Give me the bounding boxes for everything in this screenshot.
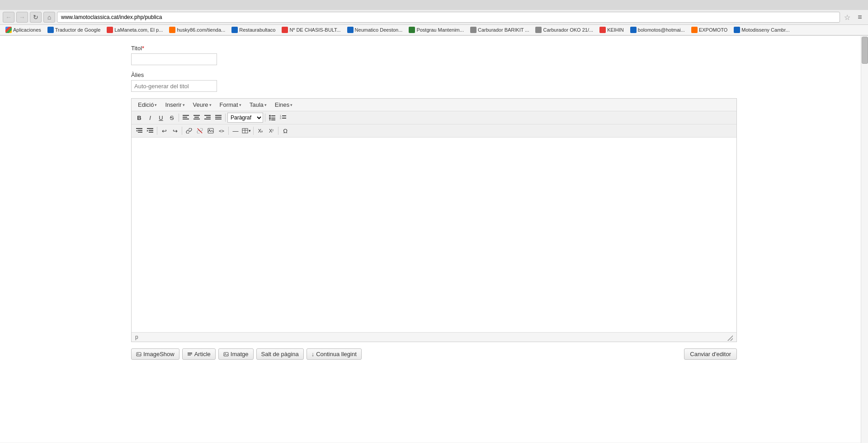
reload-button[interactable]: ↻ — [30, 12, 42, 23]
align-right-button[interactable] — [203, 113, 212, 123]
svg-rect-24 — [138, 132, 142, 133]
bookmark-star-button[interactable]: ☆ — [842, 12, 853, 23]
svg-rect-26 — [147, 128, 153, 129]
bookmark-restaurabultaco[interactable]: Restaurabultaco — [229, 26, 278, 34]
bookmark-expomoto[interactable]: EXPOMOTO — [689, 26, 730, 34]
address-bar[interactable] — [57, 12, 840, 23]
menu-veure[interactable]: Veure ▾ — [189, 100, 215, 110]
bookmark-chasis-label: Nº DE CHASIS-BULT... — [289, 27, 340, 33]
italic-button[interactable]: I — [145, 113, 155, 123]
bookmark-postgau[interactable]: Postgrau Mantenim... — [406, 26, 467, 34]
bookmark-apps[interactable]: Aplicaciones — [3, 26, 44, 34]
forward-button[interactable]: → — [16, 12, 28, 23]
remove-link-button[interactable] — [195, 126, 205, 136]
bookmark-bolomotos[interactable]: bolomotos@hotmai... — [627, 26, 688, 34]
subscript-button[interactable]: X₂ — [255, 126, 265, 136]
indent-button[interactable] — [145, 126, 155, 136]
titol-required: * — [142, 45, 144, 52]
bookmark-motodisseny[interactable]: Motodisseny Cambr... — [731, 26, 792, 34]
svg-rect-10 — [215, 117, 222, 118]
bookmark-husky[interactable]: husky86.com/tienda... — [166, 26, 228, 34]
horizontal-rule-button[interactable]: — — [231, 126, 241, 136]
svg-rect-1 — [183, 117, 187, 118]
superscript-button[interactable]: X² — [266, 126, 276, 136]
menu-taula[interactable]: Taula ▾ — [246, 100, 270, 110]
browser-menu-button[interactable]: ≡ — [854, 12, 865, 23]
article-button[interactable]: Article — [182, 348, 216, 360]
bookmark-carburador2[interactable]: Carburador OKO 21/... — [533, 26, 596, 34]
underline-button[interactable]: U — [156, 113, 166, 123]
bookmark-lamaneta[interactable]: LaManeta.com, El p... — [104, 26, 165, 34]
undo-button[interactable]: ↩ — [159, 126, 169, 136]
editor-toolbar-row2: ↩ ↪ <> — ▾ X₂ X² Ω — [132, 124, 736, 138]
veure-dropdown-arrow: ▾ — [209, 103, 212, 107]
imatge-button[interactable]: Imatge — [218, 348, 254, 360]
outdent-button[interactable] — [134, 126, 144, 136]
bookmark-husky-label: husky86.com/tienda... — [177, 27, 225, 33]
unordered-list-button[interactable] — [267, 113, 277, 123]
toolbar-separator-7 — [253, 127, 254, 135]
svg-rect-0 — [183, 115, 189, 116]
redo-button[interactable]: ↪ — [170, 126, 180, 136]
expomoto-icon — [691, 27, 698, 33]
bookmark-keihin[interactable]: KEIHIN — [597, 26, 627, 34]
restaurabultaco-icon — [231, 27, 238, 33]
menu-format[interactable]: Format ▾ — [216, 100, 245, 110]
alies-input[interactable] — [131, 80, 217, 92]
continua-icon: ↓ — [311, 351, 315, 357]
svg-rect-23 — [138, 130, 142, 131]
editor-body[interactable] — [132, 138, 736, 332]
align-justify-button[interactable] — [213, 113, 223, 123]
toolbar-separator-2 — [225, 114, 226, 122]
svg-rect-7 — [206, 117, 211, 118]
ordered-list-button[interactable]: 1.2. — [278, 113, 288, 123]
bookmark-chasis[interactable]: Nº DE CHASIS-BULT... — [279, 26, 343, 34]
svg-rect-4 — [194, 117, 199, 118]
bookmark-apps-label: Aplicaciones — [13, 27, 41, 33]
apps-icon — [5, 27, 12, 33]
postgau-icon — [409, 27, 415, 33]
insert-image-button[interactable] — [206, 126, 216, 136]
align-center-button[interactable] — [192, 113, 202, 123]
home-button[interactable]: ⌂ — [43, 12, 55, 23]
code-button[interactable]: <> — [217, 126, 226, 136]
scrollbar-track[interactable] — [861, 36, 868, 443]
chasis-icon — [282, 27, 288, 33]
imageshow-button[interactable]: ImageShow — [131, 348, 179, 360]
align-left-button[interactable] — [181, 113, 191, 123]
carburador-icon — [470, 27, 476, 33]
keihin-icon — [599, 27, 606, 33]
motodisseny-icon — [734, 27, 740, 33]
bookmark-neumatico[interactable]: Neumatico Deeston... — [344, 26, 406, 34]
continua-button[interactable]: ↓ Continua llegint — [307, 348, 362, 360]
bookmark-carburador-label: Carburador BARIKIT ... — [478, 27, 529, 33]
svg-point-14 — [269, 117, 271, 119]
article-icon — [187, 352, 193, 357]
salt-button[interactable]: Salt de pàgina — [256, 348, 304, 360]
menu-inserir[interactable]: Inserir ▾ — [161, 100, 188, 110]
bookmark-carburador[interactable]: Carburador BARIKIT ... — [467, 26, 532, 34]
page-content: Titol* Àlies Edició ▾ Inserir ▾ Veure ▾ … — [0, 36, 868, 443]
editor-resize-handle[interactable] — [726, 333, 733, 341]
bookmark-neumatico-label: Neumatico Deeston... — [355, 27, 403, 33]
titol-label: Titol* — [131, 45, 737, 52]
svg-rect-2 — [183, 119, 189, 119]
titol-input[interactable] — [131, 53, 217, 65]
bookmark-traductor[interactable]: Traductor de Google — [45, 26, 103, 34]
change-editor-button[interactable]: Canviar d'editor — [684, 348, 737, 360]
traductor-icon — [47, 27, 54, 33]
strikethrough-button[interactable]: S — [167, 113, 177, 123]
special-char-button[interactable]: Ω — [280, 126, 290, 136]
scrollbar-thumb[interactable] — [862, 37, 868, 64]
table-button[interactable]: ▾ — [241, 126, 251, 136]
bookmark-lamaneta-label: LaManeta.com, El p... — [114, 27, 163, 33]
svg-rect-11 — [215, 119, 222, 119]
menu-edicio[interactable]: Edició ▾ — [134, 100, 160, 110]
svg-rect-19 — [282, 115, 286, 116]
menu-eines[interactable]: Eines ▾ — [271, 100, 297, 110]
bold-button[interactable]: B — [134, 113, 144, 123]
paragraph-select[interactable]: Paràgraf Títol 1 Títol 2 Títol 3 Preform… — [227, 113, 263, 123]
editor-statusbar: p — [132, 332, 736, 342]
insert-link-button[interactable] — [184, 126, 194, 136]
back-button[interactable]: ← — [3, 12, 14, 23]
